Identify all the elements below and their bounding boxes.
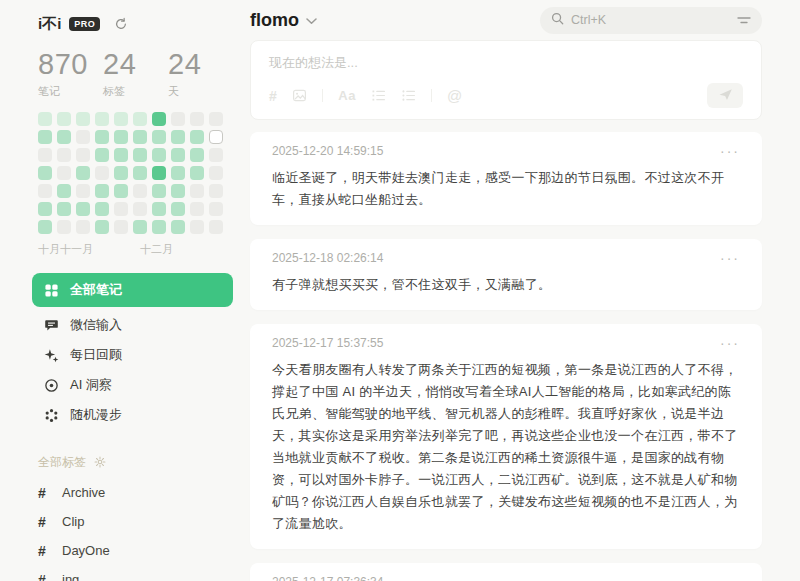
more-icon[interactable]: ··· bbox=[720, 575, 740, 581]
more-icon[interactable]: ··· bbox=[720, 144, 740, 158]
tag-label: Archive bbox=[62, 485, 105, 500]
tag-item-dayone[interactable]: #DayOne bbox=[38, 536, 233, 565]
insight-icon bbox=[43, 378, 59, 393]
heatmap-cell bbox=[95, 112, 109, 126]
heatmap-cell bbox=[190, 220, 204, 234]
sidebar-menu: 全部笔记微信输入每日回顾AI 洞察随机漫步 bbox=[32, 273, 233, 430]
heatmap-cell bbox=[152, 220, 166, 234]
sidebar-item-label: 微信输入 bbox=[70, 316, 122, 334]
heatmap-cell bbox=[190, 184, 204, 198]
stat-notes-value: 870 bbox=[38, 48, 103, 81]
workspace-switcher[interactable]: flomo bbox=[250, 10, 317, 31]
stat-tags-value: 24 bbox=[103, 48, 168, 81]
tag-label: ing bbox=[62, 572, 79, 581]
topbar: flomo Ctrl+K bbox=[250, 0, 762, 40]
heatmap-cell bbox=[152, 112, 166, 126]
walk-icon bbox=[43, 408, 59, 423]
heatmap-cell bbox=[209, 220, 223, 234]
heatmap-cell bbox=[76, 184, 90, 198]
tag-item-clip[interactable]: #Clip bbox=[38, 507, 233, 536]
heatmap-cell bbox=[190, 112, 204, 126]
sidebar-item-walk[interactable]: 随机漫步 bbox=[32, 400, 233, 430]
heatmap-cell bbox=[133, 130, 147, 144]
heatmap-cell bbox=[209, 166, 223, 180]
note-header: 2025-12-18 02:26:14··· bbox=[272, 251, 740, 265]
heatmap-cell bbox=[57, 202, 71, 216]
heatmap-cell bbox=[171, 130, 185, 144]
composer-placeholder[interactable]: 现在的想法是... bbox=[269, 54, 743, 83]
heatmap-cell bbox=[152, 130, 166, 144]
heatmap-cell bbox=[57, 112, 71, 126]
user-name[interactable]: i不i bbox=[38, 15, 61, 34]
sidebar-item-chat[interactable]: 微信输入 bbox=[32, 310, 233, 340]
heatmap-cell bbox=[114, 184, 128, 198]
sparkle-icon bbox=[43, 348, 59, 363]
heatmap-cell bbox=[190, 166, 204, 180]
image-icon[interactable] bbox=[292, 88, 307, 103]
tag-item-ing[interactable]: #ing bbox=[38, 565, 233, 581]
heatmap-cell bbox=[133, 148, 147, 162]
more-icon[interactable]: ··· bbox=[720, 251, 740, 265]
heatmap-cell bbox=[152, 202, 166, 216]
heatmap-cell bbox=[171, 166, 185, 180]
filter-icon[interactable] bbox=[737, 15, 751, 25]
hash-icon: # bbox=[38, 572, 50, 581]
heatmap-cell bbox=[38, 166, 52, 180]
heatmap-cell bbox=[57, 220, 71, 234]
ordered-list-icon[interactable] bbox=[371, 88, 386, 103]
sidebar-item-sparkle[interactable]: 每日回顾 bbox=[32, 340, 233, 370]
heatmap-cell bbox=[76, 148, 90, 162]
toolbar-divider bbox=[322, 89, 323, 102]
note-card: 2025-12-17 15:37:55···今天看朋友圈有人转发了两条关于江西的… bbox=[250, 324, 762, 549]
heatmap-cell bbox=[95, 148, 109, 162]
heatmap-cell bbox=[171, 184, 185, 198]
sidebar-item-label: 全部笔记 bbox=[70, 281, 122, 299]
heatmap-cell bbox=[114, 220, 128, 234]
heatmap-cell bbox=[76, 112, 90, 126]
sidebar-item-insight[interactable]: AI 洞察 bbox=[32, 370, 233, 400]
sidebar-item-label: 随机漫步 bbox=[70, 406, 122, 424]
heatmap-cell bbox=[38, 184, 52, 198]
heatmap-cell bbox=[190, 202, 204, 216]
sidebar-item-label: AI 洞察 bbox=[70, 376, 112, 394]
heatmap-cell bbox=[76, 130, 90, 144]
note-card: 2025-12-17 07:36:34···取消高考，恢复举孝廉多好！ 读 ww… bbox=[250, 563, 762, 581]
heatmap-cell bbox=[114, 148, 128, 162]
heatmap-cell bbox=[171, 148, 185, 162]
sync-icon[interactable] bbox=[114, 17, 128, 31]
heatmap-cell bbox=[57, 148, 71, 162]
user-row: i不i PRO bbox=[38, 10, 233, 38]
tag-item-archive[interactable]: #Archive bbox=[38, 478, 233, 507]
composer-toolbar: # Aa @ bbox=[269, 83, 743, 108]
heatmap-cell bbox=[133, 112, 147, 126]
heatmap-cell bbox=[171, 220, 185, 234]
heading-icon[interactable]: Aa bbox=[338, 89, 356, 102]
note-timestamp: 2025-12-17 15:37:55 bbox=[272, 336, 383, 350]
note-composer: 现在的想法是... # Aa @ bbox=[250, 40, 762, 120]
tag-icon[interactable]: # bbox=[269, 89, 277, 103]
heatmap-month-labels: 十月十一月 十二月 bbox=[38, 242, 233, 257]
heatmap-cell bbox=[95, 166, 109, 180]
heatmap-cell bbox=[57, 166, 71, 180]
sidebar-item-grid[interactable]: 全部笔记 bbox=[32, 273, 233, 307]
heatmap-cell bbox=[76, 202, 90, 216]
paper-plane-icon bbox=[718, 88, 733, 104]
heatmap-cell bbox=[190, 130, 204, 144]
stat-tags: 24 标签 bbox=[103, 48, 168, 99]
bullet-list-icon[interactable] bbox=[401, 88, 416, 103]
send-button[interactable] bbox=[707, 83, 743, 108]
heatmap-cell bbox=[76, 166, 90, 180]
stat-days: 24 天 bbox=[168, 48, 233, 99]
mention-icon[interactable]: @ bbox=[447, 88, 463, 103]
heatmap-cell bbox=[152, 166, 166, 180]
search-input[interactable]: Ctrl+K bbox=[540, 7, 762, 34]
heatmap-cell bbox=[57, 184, 71, 198]
more-icon[interactable]: ··· bbox=[720, 336, 740, 350]
gear-icon[interactable] bbox=[94, 456, 106, 468]
heatmap-cell bbox=[114, 112, 128, 126]
note-timestamp: 2025-12-20 14:59:15 bbox=[272, 144, 383, 158]
hash-icon: # bbox=[38, 485, 50, 501]
heatmap-cell bbox=[38, 130, 52, 144]
heatmap-cell bbox=[76, 220, 90, 234]
month-label-dec: 十二月 bbox=[140, 242, 173, 257]
